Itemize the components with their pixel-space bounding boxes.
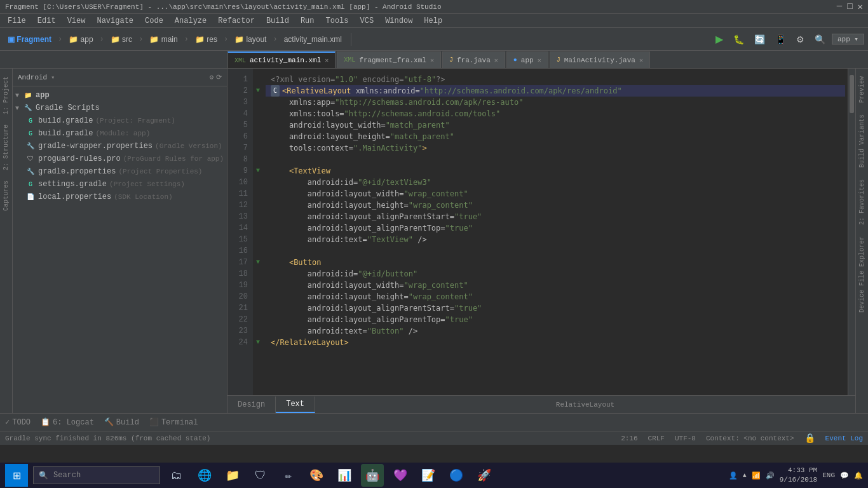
toolbar-debug[interactable]: 🐛 <box>729 33 748 46</box>
menu-file[interactable]: File <box>3 14 31 28</box>
tree-item-build-gradle-module[interactable]: G build.gradle (Module: app) <box>13 127 227 140</box>
menu-navigate[interactable]: Navigate <box>92 14 139 28</box>
taskbar-edit[interactable]: ✏ <box>277 464 300 487</box>
side-tab-captures[interactable]: Captures <box>1 175 11 216</box>
status-right: 2:16 CRLF UTF-8 Context: <no context> 🔒 … <box>621 433 863 444</box>
maximize-button[interactable]: □ <box>847 1 852 12</box>
window-controls[interactable]: ─ □ ✕ <box>837 1 863 12</box>
minimize-button[interactable]: ─ <box>837 1 842 12</box>
side-tab-device-explorer[interactable]: Device File Explorer <box>857 231 867 318</box>
taskbar-volume[interactable]: 🔊 <box>766 471 775 480</box>
panel-sync-icon[interactable]: ⟳ <box>216 73 222 81</box>
taskbar-network[interactable]: 📶 <box>752 471 761 480</box>
side-tab-build-variants[interactable]: Build Variants <box>857 109 867 173</box>
tree-item-gradle-props[interactable]: 🔧 gradle.properties (Project Properties) <box>13 165 227 178</box>
taskbar-notification-icon[interactable]: 🔔 <box>854 471 863 480</box>
taskbar-action-center[interactable]: 💬 <box>840 471 849 480</box>
toolbar-fragment[interactable]: ▣ Fragment <box>4 34 55 45</box>
menu-bar: File Edit View Navigate Code Analyze Ref… <box>0 14 868 28</box>
side-tab-favorites[interactable]: 2: Favorites <box>857 174 867 230</box>
tree-item-app[interactable]: ▼ 📁 app <box>13 89 227 102</box>
tree-item-gradle-scripts[interactable]: ▼ 🔧 Gradle Scripts <box>13 102 227 114</box>
taskbar-app6[interactable]: 🔵 <box>445 464 468 487</box>
side-tab-preview[interactable]: Preview <box>857 71 867 108</box>
menu-refactor[interactable]: Refactor <box>213 14 260 28</box>
toolbar-res[interactable]: 📁 res <box>191 34 221 45</box>
editor-tab-text[interactable]: Text <box>276 396 315 413</box>
taskbar-language[interactable]: ENG <box>822 471 835 479</box>
taskbar-clock[interactable]: 4:33 PM 9/16/2018 <box>780 466 817 485</box>
close-button[interactable]: ✕ <box>858 1 863 12</box>
taskbar: ⊞ 🔍 Search 🗂 🌐 📁 🛡 ✏ 🎨 📊 🤖 💜 📝 🔵 🚀 👤 ▲ 📶… <box>0 463 868 488</box>
menu-vcs[interactable]: VCS <box>355 14 379 28</box>
menu-window[interactable]: Window <box>380 14 417 28</box>
tree-item-local-props[interactable]: 📄 local.properties (SDK Location) <box>13 191 227 203</box>
menu-tools[interactable]: Tools <box>321 14 354 28</box>
toolbar-run[interactable]: ▶ <box>712 32 727 46</box>
tree-item-build-gradle-project[interactable]: G build.gradle (Project: Fragment) <box>13 114 227 127</box>
toolbar-src[interactable]: 📁 src <box>107 34 136 45</box>
status-encoding[interactable]: UTF-8 <box>675 435 696 442</box>
event-log-link[interactable]: Event Log <box>825 435 863 442</box>
menu-run[interactable]: Run <box>295 14 320 28</box>
toolbar-main[interactable]: 📁 main <box>146 34 181 45</box>
tab-build[interactable]: 🔨 Build <box>104 417 139 427</box>
menu-code[interactable]: Code <box>140 14 168 28</box>
taskbar-paint[interactable]: 🎨 <box>305 464 328 487</box>
toolbar-layout[interactable]: 📁 layout <box>231 34 270 45</box>
menu-edit[interactable]: Edit <box>32 14 61 28</box>
tab-fra-java[interactable]: J fra.java ✕ <box>442 51 505 68</box>
tab-todo[interactable]: ✓ TODO <box>5 417 31 427</box>
tree-item-proguard[interactable]: 🛡 proguard-rules.pro (ProGuard Rules for… <box>13 152 227 165</box>
code-line-23: android:text="Button" /> <box>266 325 845 337</box>
side-tab-structure[interactable]: 2: Structure <box>1 119 11 175</box>
fold-17[interactable]: ▼ <box>253 257 263 268</box>
toolbar-file[interactable]: activity_main.xml <box>280 34 346 45</box>
fold-9[interactable]: ▼ <box>253 165 263 177</box>
toolbar-avd[interactable]: 📱 <box>771 33 790 46</box>
taskbar-vs[interactable]: 💜 <box>389 464 412 487</box>
taskbar-sublime[interactable]: 📝 <box>417 464 440 487</box>
tab-fragment-fra[interactable]: XML fragment_fra.xml ✕ <box>337 51 441 68</box>
layout-label: RelativeLayout <box>315 401 855 409</box>
taskbar-search[interactable]: 🔍 Search <box>33 466 160 484</box>
taskbar-excel[interactable]: 📊 <box>333 464 356 487</box>
fold-24[interactable]: ▼ <box>253 337 263 348</box>
menu-help[interactable]: Help <box>419 14 447 28</box>
tab-mainactivity-java[interactable]: J MainActivity.java ✕ <box>550 51 650 68</box>
taskbar-cortana[interactable]: 🗂 <box>165 464 188 487</box>
toolbar-sync[interactable]: 🔄 <box>750 33 769 46</box>
status-position[interactable]: 2:16 <box>621 435 637 442</box>
status-line-ending[interactable]: CRLF <box>648 435 665 442</box>
fold-2[interactable]: ▼ <box>253 85 263 97</box>
taskbar-notification[interactable]: 👤 <box>729 471 738 480</box>
menu-analyze[interactable]: Analyze <box>170 14 212 28</box>
scrollbar-thumb[interactable] <box>850 75 854 113</box>
tab-terminal[interactable]: ⬛ Terminal <box>149 417 198 427</box>
menu-view[interactable]: View <box>62 14 91 28</box>
start-button[interactable]: ⊞ <box>5 464 28 487</box>
editor-tab-design[interactable]: Design <box>227 396 276 413</box>
tab-activity-main[interactable]: XML activity_main.xml ✕ <box>227 51 336 68</box>
toolbar-app[interactable]: 📁 app <box>65 34 97 45</box>
tab-logcat[interactable]: 📋 6: Logcat <box>41 417 94 427</box>
menu-build[interactable]: Build <box>261 14 294 28</box>
panel-settings-icon[interactable]: ⚙ <box>209 73 214 81</box>
editor-scrollbar[interactable] <box>848 69 855 395</box>
taskbar-android-studio[interactable]: 🤖 <box>361 464 384 487</box>
taskbar-explorer[interactable]: 📁 <box>221 464 244 487</box>
taskbar-defender[interactable]: 🛡 <box>249 464 272 487</box>
tab-app[interactable]: ● app ✕ <box>506 51 548 68</box>
taskbar-chevron[interactable]: ▲ <box>743 472 747 479</box>
toolbar-sdk[interactable]: ⚙ <box>792 33 808 46</box>
toolbar-search[interactable]: 🔍 <box>811 33 829 46</box>
search-label: Search <box>53 471 81 480</box>
code-line-4: xmlns:tools="http://schemas.android.com/… <box>266 108 845 119</box>
taskbar-app7[interactable]: 🚀 <box>473 464 496 487</box>
side-tab-project[interactable]: 1: Project <box>1 71 11 119</box>
tree-item-gradle-wrapper[interactable]: 🔧 gradle-wrapper.properties (Gradle Vers… <box>13 140 227 152</box>
taskbar-edge[interactable]: 🌐 <box>193 464 216 487</box>
panel-title: Android <box>18 74 47 81</box>
run-config-dropdown[interactable]: app ▾ <box>832 34 864 44</box>
tree-item-settings-gradle[interactable]: G settings.gradle (Project Settings) <box>13 178 227 191</box>
